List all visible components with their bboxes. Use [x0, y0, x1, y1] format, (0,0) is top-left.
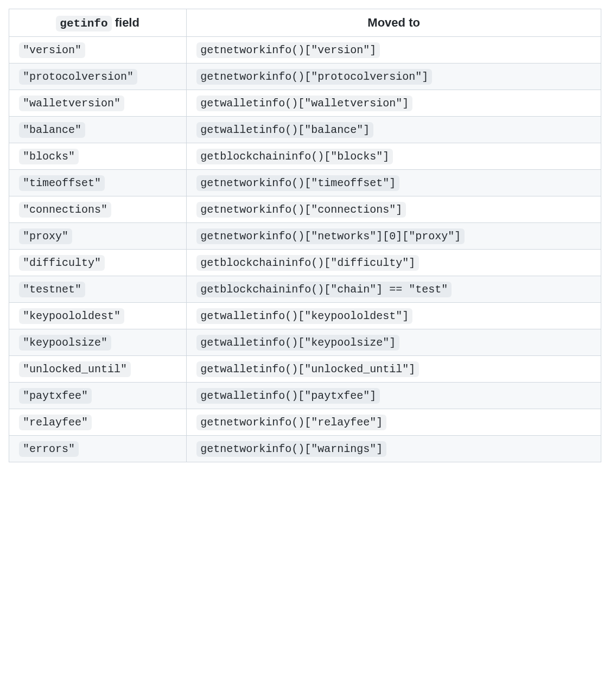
cell-moved: getwalletinfo()["keypoolsize"]	[187, 329, 601, 356]
cell-field: "protocolversion"	[9, 63, 187, 90]
field-code: "errors"	[19, 441, 79, 457]
field-code: "version"	[19, 42, 85, 58]
field-code: "keypoololdest"	[19, 308, 124, 324]
table-row: "difficulty"getblockchaininfo()["difficu…	[9, 250, 601, 276]
table-row: "blocks"getblockchaininfo()["blocks"]	[9, 143, 601, 170]
field-code: "paytxfee"	[19, 388, 92, 404]
cell-field: "version"	[9, 37, 187, 63]
cell-moved: getnetworkinfo()["connections"]	[187, 196, 601, 223]
field-code: "balance"	[19, 122, 85, 138]
moved-code: getwalletinfo()["balance"]	[196, 122, 373, 138]
cell-field: "timeoffset"	[9, 170, 187, 196]
cell-moved: getwalletinfo()["paytxfee"]	[187, 383, 601, 409]
table-row: "errors"getnetworkinfo()["warnings"]	[9, 436, 601, 462]
cell-moved: getblockchaininfo()["difficulty"]	[187, 250, 601, 276]
table-row: "keypoololdest"getwalletinfo()["keypoolo…	[9, 303, 601, 329]
moved-code: getblockchaininfo()["chain"] == "test"	[196, 282, 452, 297]
column-header-moved: Moved to	[187, 9, 601, 37]
cell-field: "paytxfee"	[9, 383, 187, 409]
table-row: "relayfee"getnetworkinfo()["relayfee"]	[9, 409, 601, 436]
moved-code: getwalletinfo()["walletversion"]	[196, 96, 412, 111]
field-code: "walletversion"	[19, 96, 124, 111]
table-row: "connections"getnetworkinfo()["connectio…	[9, 196, 601, 223]
moved-code: getwalletinfo()["paytxfee"]	[196, 388, 380, 404]
header-text-field: field	[112, 16, 139, 29]
cell-moved: getwalletinfo()["balance"]	[187, 117, 601, 143]
moved-code: getwalletinfo()["unlocked_until"]	[196, 361, 419, 377]
field-code: "blocks"	[19, 149, 79, 164]
table-row: "keypoolsize"getwalletinfo()["keypoolsiz…	[9, 329, 601, 356]
moved-code: getnetworkinfo()["protocolversion"]	[196, 69, 432, 85]
migration-table: getinfo field Moved to "version"getnetwo…	[9, 9, 601, 462]
field-code: "unlocked_until"	[19, 361, 131, 377]
cell-field: "unlocked_until"	[9, 356, 187, 383]
table-row: "protocolversion"getnetworkinfo()["proto…	[9, 63, 601, 90]
moved-code: getnetworkinfo()["timeoffset"]	[196, 175, 399, 191]
cell-moved: getwalletinfo()["unlocked_until"]	[187, 356, 601, 383]
cell-moved: getnetworkinfo()["timeoffset"]	[187, 170, 601, 196]
moved-code: getnetworkinfo()["connections"]	[196, 202, 406, 218]
table-row: "proxy"getnetworkinfo()["networks"][0]["…	[9, 223, 601, 250]
moved-code: getnetworkinfo()["warnings"]	[196, 441, 386, 457]
cell-field: "blocks"	[9, 143, 187, 170]
table-row: "unlocked_until"getwalletinfo()["unlocke…	[9, 356, 601, 383]
field-code: "protocolversion"	[19, 69, 137, 85]
field-code: "keypoolsize"	[19, 335, 111, 351]
field-code: "proxy"	[19, 228, 72, 244]
header-text-moved: Moved to	[367, 16, 420, 29]
cell-field: "keypoolsize"	[9, 329, 187, 356]
table-row: "balance"getwalletinfo()["balance"]	[9, 117, 601, 143]
cell-field: "balance"	[9, 117, 187, 143]
moved-code: getnetworkinfo()["networks"][0]["proxy"]	[196, 228, 465, 244]
header-code-getinfo: getinfo	[56, 16, 111, 31]
field-code: "timeoffset"	[19, 175, 105, 191]
table-row: "paytxfee"getwalletinfo()["paytxfee"]	[9, 383, 601, 409]
cell-field: "walletversion"	[9, 90, 187, 117]
field-code: "relayfee"	[19, 415, 92, 430]
cell-field: "relayfee"	[9, 409, 187, 436]
field-code: "difficulty"	[19, 255, 105, 271]
cell-moved: getblockchaininfo()["chain"] == "test"	[187, 276, 601, 303]
field-code: "connections"	[19, 202, 111, 218]
moved-code: getblockchaininfo()["blocks"]	[196, 149, 393, 164]
moved-code: getblockchaininfo()["difficulty"]	[196, 255, 419, 271]
table-header-row: getinfo field Moved to	[9, 9, 601, 37]
moved-code: getwalletinfo()["keypoololdest"]	[196, 308, 412, 324]
cell-moved: getwalletinfo()["walletversion"]	[187, 90, 601, 117]
moved-code: getnetworkinfo()["version"]	[196, 42, 380, 58]
cell-field: "testnet"	[9, 276, 187, 303]
table-row: "timeoffset"getnetworkinfo()["timeoffset…	[9, 170, 601, 196]
cell-field: "connections"	[9, 196, 187, 223]
table-row: "version"getnetworkinfo()["version"]	[9, 37, 601, 63]
cell-moved: getblockchaininfo()["blocks"]	[187, 143, 601, 170]
moved-code: getnetworkinfo()["relayfee"]	[196, 415, 386, 430]
cell-field: "proxy"	[9, 223, 187, 250]
cell-moved: getwalletinfo()["keypoololdest"]	[187, 303, 601, 329]
moved-code: getwalletinfo()["keypoolsize"]	[196, 335, 399, 351]
cell-moved: getnetworkinfo()["version"]	[187, 37, 601, 63]
cell-moved: getnetworkinfo()["warnings"]	[187, 436, 601, 462]
cell-field: "difficulty"	[9, 250, 187, 276]
cell-field: "errors"	[9, 436, 187, 462]
cell-field: "keypoololdest"	[9, 303, 187, 329]
table-row: "testnet"getblockchaininfo()["chain"] ==…	[9, 276, 601, 303]
column-header-field: getinfo field	[9, 9, 187, 37]
cell-moved: getnetworkinfo()["protocolversion"]	[187, 63, 601, 90]
table-row: "walletversion"getwalletinfo()["walletve…	[9, 90, 601, 117]
cell-moved: getnetworkinfo()["relayfee"]	[187, 409, 601, 436]
cell-moved: getnetworkinfo()["networks"][0]["proxy"]	[187, 223, 601, 250]
field-code: "testnet"	[19, 282, 85, 297]
table-body: "version"getnetworkinfo()["version"]"pro…	[9, 37, 601, 462]
